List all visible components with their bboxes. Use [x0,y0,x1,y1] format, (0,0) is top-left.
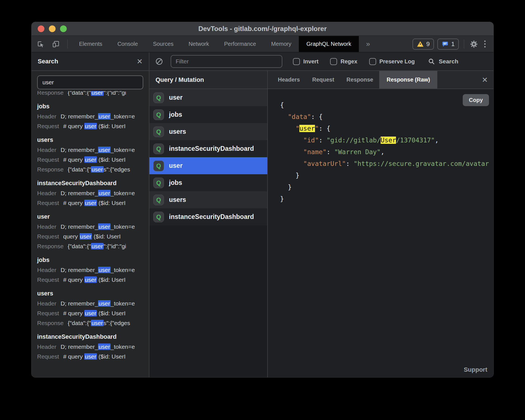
code-token [280,148,303,156]
more-options-icon[interactable] [482,40,488,47]
toolbar-tab-graphql-network[interactable]: GraphQL Network [299,36,359,52]
search-close-icon[interactable]: ✕ [137,58,143,65]
result-field-label: Request [37,353,59,360]
search-result-line[interactable]: Request# query user ($id: UserI [37,198,149,208]
result-field-label: Header [37,147,56,153]
toolbar-tab-sources[interactable]: Sources [145,36,181,52]
query-list-item-users[interactable]: Qusers [149,191,267,208]
search-result-line[interactable]: Response{"data":{"user":{"id":"gi [37,241,149,251]
result-text: _token=e [111,267,135,273]
code-token: } [280,195,284,202]
checkbox-invert[interactable] [293,58,300,65]
result-field-label: Request [37,200,59,206]
code-token: : [319,137,326,144]
filter-input[interactable] [171,55,282,68]
search-result-line[interactable]: Requestquery user ($id: UserI [37,232,149,241]
search-input[interactable] [37,75,143,89]
code-token: "https://secure.gravatar.com/avatar [354,160,489,167]
search-result-line[interactable]: Request# query user ($id: UserI [37,121,149,131]
code-token: , [381,148,385,156]
result-field-label: Header [37,190,56,196]
checkbox-regex[interactable] [330,58,337,65]
error-count: 9 [426,40,430,48]
message-badge[interactable]: 1 [437,39,459,50]
code-token: "data" [288,113,311,120]
result-text: _token=e [111,190,135,196]
toolbar-tab-network[interactable]: Network [181,36,216,52]
search-result-line[interactable]: Request# query user ($id: UserI [37,352,149,361]
query-list-item-jobs[interactable]: Qjobs [149,106,267,123]
search-result-line[interactable]: Request# query user ($id: UserI [37,275,149,285]
device-toolbar-icon[interactable] [48,36,63,52]
result-text: ($id: UserI [97,310,126,316]
toolbar-tab-performance[interactable]: Performance [217,36,264,52]
search-result-line[interactable]: HeaderD; remember_user_token=e [37,111,149,121]
code-token: : [346,160,354,167]
query-type-badge: Q [153,144,164,154]
response-tab-response-raw[interactable]: Response (Raw) [379,71,437,89]
query-name: users [169,196,186,204]
inspect-element-icon[interactable] [32,36,48,52]
search-result-line[interactable]: HeaderD; remember_user_token=e [37,188,149,198]
search-result-group-title: jobs [37,255,149,265]
checkbox-preserve-log[interactable] [369,58,376,65]
query-list-item-instancesecuritydashboard[interactable]: QinstanceSecurityDashboard [149,208,267,225]
network-filter-bar: InvertRegexPreserve Log Search [149,52,493,71]
response-tab-request[interactable]: Request [306,71,340,89]
query-name: users [169,128,186,135]
code-token: "name" [303,148,326,156]
query-list-item-users[interactable]: Qusers [149,123,267,140]
search-result-line[interactable]: Response{"data":{"users":{"edges [37,318,149,328]
match-highlight: user [98,113,111,120]
search-result-line[interactable]: Request# query user ($id: UserI [37,155,149,164]
search-result-group-title: users [37,288,149,299]
settings-icon[interactable] [469,39,479,49]
support-link[interactable]: Support [464,366,487,373]
match-highlight: user [98,343,111,350]
error-badge[interactable]: 9 [412,39,434,50]
filter-option-regex[interactable]: Regex [330,58,357,65]
toolbar-tab-elements[interactable]: Elements [71,36,110,52]
query-list-item-jobs[interactable]: Qjobs [149,174,267,191]
result-text: # query [63,353,84,360]
result-text: D; remember_ [61,343,98,350]
search-result-line[interactable]: HeaderD; remember_user_token=e [37,145,149,155]
code-token: /13704317" [396,137,435,144]
more-tabs-chevron-icon[interactable]: » [359,36,377,52]
filter-option-preserve-log[interactable]: Preserve Log [369,58,415,65]
filter-option-invert[interactable]: Invert [293,58,318,65]
copy-button[interactable]: Copy [463,94,489,106]
query-list-item-user[interactable]: Quser [149,157,267,174]
code-token: , [435,137,439,144]
result-field-label: Response [37,243,64,249]
search-icon [428,58,435,65]
code-token [280,113,288,120]
query-list-item-user[interactable]: Quser [149,89,267,106]
search-result-line[interactable]: HeaderD; remember_user_token=e [37,222,149,232]
toolbar-tab-console[interactable]: Console [110,36,145,52]
clear-log-icon[interactable] [149,57,167,66]
search-result-line[interactable]: HeaderD; remember_user_token=e [37,342,149,352]
search-result-line[interactable]: HeaderD; remember_user_token=e [37,265,149,275]
result-field-label: Header [37,223,56,230]
response-tab-headers[interactable]: Headers [272,71,306,89]
query-type-badge: Q [153,127,164,137]
code-token: " [315,125,319,132]
search-result-line[interactable]: Response{"data":{"users":{"edges [37,164,149,174]
match-highlight: user [84,156,97,163]
response-tab-response[interactable]: Response [340,71,380,89]
search-result-line[interactable]: Request# query user ($id: UserI [37,308,149,318]
result-text: _token=e [111,343,135,350]
network-search-toggle[interactable]: Search [428,58,458,65]
devtools-toolbar: ElementsConsoleSourcesNetworkPerformance… [32,36,493,52]
result-field-label: Header [37,113,56,120]
result-text: ($id: UserI [97,200,126,206]
response-close-icon[interactable]: ✕ [482,76,488,83]
query-list-item-instancesecuritydashboard[interactable]: QinstanceSecurityDashboard [149,140,267,157]
search-result-line[interactable]: HeaderD; remember_user_token=e [37,299,149,308]
query-type-badge: Q [153,109,164,120]
search-result-line[interactable]: Response{"data":{"user":{"id":"gi [37,91,149,97]
toolbar-tab-memory[interactable]: Memory [264,36,299,52]
result-text: ($id: UserI [92,233,121,240]
result-text: {"data":{" [68,243,91,249]
